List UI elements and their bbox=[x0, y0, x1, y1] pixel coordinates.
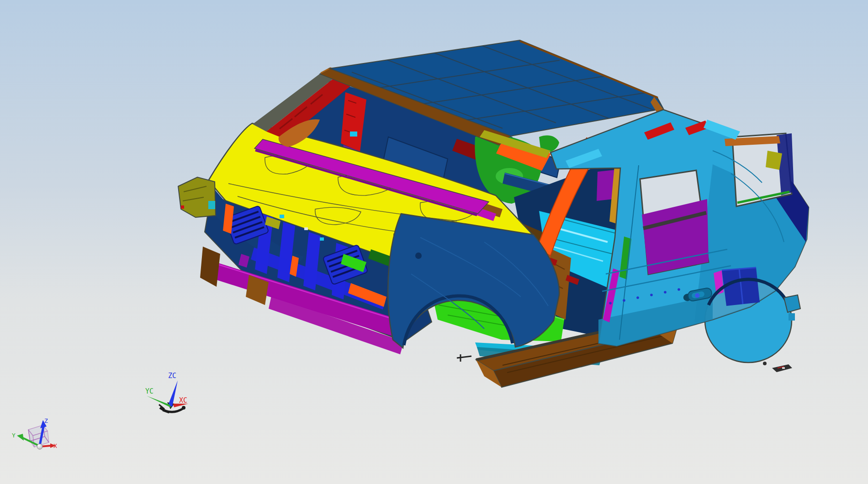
cyan-dot bbox=[280, 215, 284, 218]
cyan-dot-2 bbox=[320, 237, 324, 241]
wcs-x-label: XC bbox=[179, 396, 187, 405]
cad-viewport[interactable]: ZC YC XC Z Y X bbox=[0, 0, 868, 484]
triad-x-label: X bbox=[53, 442, 57, 449]
white-speck bbox=[304, 227, 308, 230]
triad-z-label: Z bbox=[44, 417, 48, 424]
loose-fastener[interactable] bbox=[763, 362, 767, 365]
quarter-window-olive-tab[interactable] bbox=[766, 151, 782, 170]
loose-bracket-slot bbox=[782, 367, 785, 369]
wcs-y-label: YC bbox=[145, 387, 153, 395]
wcs-knob[interactable] bbox=[182, 406, 185, 410]
teal-bracket[interactable] bbox=[208, 201, 215, 209]
cyan-bracket[interactable] bbox=[350, 132, 357, 137]
triad-origin-sphere[interactable] bbox=[37, 444, 42, 449]
arch-rear-tab[interactable] bbox=[789, 313, 795, 321]
triad-y-label: Y bbox=[12, 432, 16, 439]
red-dot bbox=[181, 205, 184, 209]
wcs-z-label: ZC bbox=[168, 372, 176, 380]
fender-hole bbox=[415, 253, 422, 259]
